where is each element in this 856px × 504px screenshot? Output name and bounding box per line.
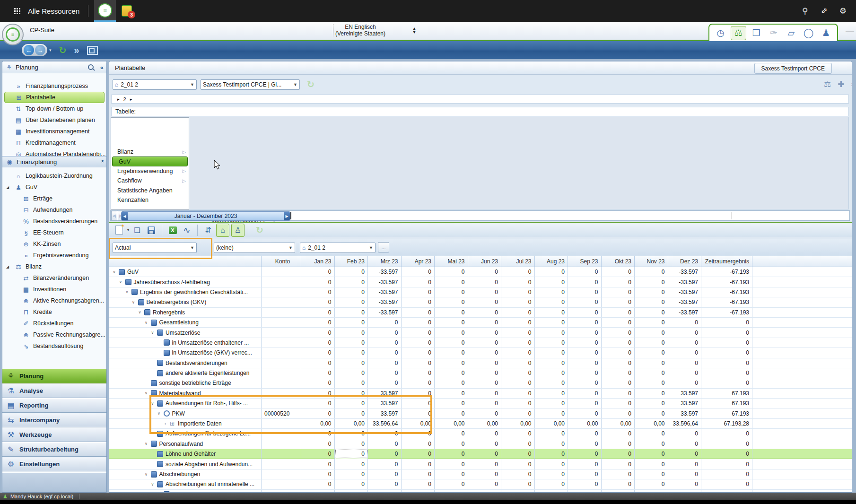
table-node-guv[interactable]: GuV <box>112 156 188 166</box>
value-cell[interactable]: 0 <box>568 378 602 388</box>
value-cell[interactable]: 0 <box>668 490 702 492</box>
value-cell[interactable]: 0 <box>368 490 402 492</box>
timeline-prev-button[interactable]: ◁ <box>111 211 117 220</box>
value-cell[interactable]: 0 <box>301 469 335 479</box>
refresh-table-icon[interactable]: ↻ <box>307 79 314 90</box>
value-cell[interactable]: 0 <box>501 358 535 368</box>
value-cell[interactable]: 0 <box>435 408 468 418</box>
konto-cell[interactable] <box>262 469 301 479</box>
value-cell[interactable]: 0 <box>501 308 535 317</box>
value-cell[interactable]: 0 <box>468 318 502 327</box>
value-cell[interactable]: 0,00 <box>468 419 502 428</box>
value-cell[interactable]: 0 <box>368 348 402 357</box>
sidebar-item-finanzplanungsprozess[interactable]: »Finanzplanungsprozess <box>2 80 106 92</box>
open-copy-button[interactable]: ❏ <box>131 224 143 236</box>
value-cell[interactable]: 0 <box>368 378 402 388</box>
value-cell[interactable]: 0 <box>435 389 468 398</box>
value-cell[interactable]: 0 <box>535 318 568 327</box>
value-cell[interactable]: 0 <box>402 439 435 449</box>
value-cell[interactable]: 0 <box>635 338 668 348</box>
structure-filter-dropdown[interactable]: ⌂ 2_01 2 ▼ <box>300 243 376 253</box>
value-cell[interactable]: 0,00 <box>635 419 668 428</box>
value-cell[interactable]: 0 <box>535 399 568 408</box>
value-cell[interactable]: 0 <box>635 378 668 388</box>
value-cell[interactable]: 0 <box>402 308 435 317</box>
app-grid-icon[interactable] <box>14 8 20 14</box>
column-header-aug-23[interactable]: Aug 23 <box>535 256 568 267</box>
value-cell[interactable]: 0 <box>435 267 468 277</box>
value-cell[interactable]: 0 <box>301 449 335 459</box>
value-cell[interactable]: 0 <box>668 429 702 438</box>
value-cell[interactable]: 0 <box>468 287 502 297</box>
value-cell[interactable]: 0 <box>468 490 502 492</box>
value-cell[interactable]: 33.597 <box>668 399 702 408</box>
value-cell[interactable]: 0 <box>668 449 702 459</box>
value-cell[interactable]: 0 <box>635 308 668 317</box>
sidebar-section-finanzplanung[interactable]: ◉ Finanzplanung » <box>2 156 106 167</box>
value-cell[interactable]: 0 <box>602 389 635 398</box>
value-cell[interactable]: 0 <box>568 328 602 337</box>
value-cell[interactable]: 0 <box>501 277 535 287</box>
row-label-cell[interactable]: in Umsatzerlöse enthaltener ... <box>109 338 262 348</box>
speedometer-icon[interactable]: ◷ <box>713 26 728 40</box>
konto-cell[interactable] <box>262 459 301 469</box>
value-cell[interactable]: 0 <box>568 439 602 449</box>
person-view-button[interactable]: ♙ <box>231 224 245 237</box>
value-cell[interactable]: 0 <box>435 277 468 287</box>
period-result-cell[interactable]: -67.193 <box>701 277 752 287</box>
konto-cell[interactable] <box>262 479 301 489</box>
chevron-open-icon[interactable]: ∨ <box>150 330 155 335</box>
sidebar-item-ee-steuern[interactable]: §EE-Steuern <box>2 227 106 238</box>
konto-cell[interactable] <box>262 287 301 297</box>
value-cell[interactable]: 0 <box>535 479 568 489</box>
value-cell[interactable]: 0 <box>402 328 435 337</box>
sidebar-item-logikbaustein[interactable]: ⌂Logikbaustein-Zuordnung <box>2 170 106 182</box>
value-cell[interactable]: 0 <box>468 479 502 489</box>
more-options-button[interactable]: ... <box>378 242 389 252</box>
table-dropdown[interactable]: Saxess Testimport CPCE | Gl... ▼ <box>201 79 300 90</box>
value-cell[interactable]: 0 <box>635 358 668 368</box>
refresh-button[interactable]: ↻ <box>59 45 67 56</box>
value-cell[interactable]: 0 <box>402 358 435 368</box>
period-result-cell[interactable]: -67.193 <box>701 267 752 277</box>
sidebar-item-investitionen[interactable]: ▦Investitionen <box>2 284 106 295</box>
value-cell[interactable]: 0 <box>535 439 568 449</box>
konto-cell[interactable] <box>262 267 301 277</box>
column-header-mai-23[interactable]: Mai 23 <box>435 256 468 267</box>
period-result-cell[interactable]: 0 <box>701 429 752 438</box>
chevron-open-icon[interactable]: ∨ <box>112 270 116 274</box>
row-label-cell[interactable]: ∨Betriebsergebnis (GKV) <box>109 297 262 307</box>
value-cell[interactable]: 0 <box>301 338 335 348</box>
value-cell[interactable]: 0,00 <box>568 419 602 428</box>
value-cell[interactable]: 0 <box>435 287 468 297</box>
value-cell[interactable]: 0 <box>435 358 468 368</box>
value-cell[interactable]: 0 <box>501 328 535 337</box>
minimize-button[interactable]: — <box>846 26 854 35</box>
value-cell[interactable]: 0 <box>535 368 568 378</box>
value-cell[interactable]: 0 <box>668 439 702 449</box>
breadcrumb-item[interactable]: 2 <box>123 96 126 102</box>
value-cell[interactable]: 0 <box>568 368 602 378</box>
value-cell[interactable]: 0 <box>301 308 335 317</box>
value-cell[interactable]: 0 <box>301 348 335 357</box>
language-selector[interactable]: EN Englisch (Vereinigte Staaten) ▴▾ <box>333 24 443 36</box>
chart-curve-button[interactable]: ∿ <box>181 224 193 236</box>
value-cell[interactable]: 0 <box>535 429 568 438</box>
sidebar-item-ergebnisverwendung[interactable]: »Ergebnisverwendung <box>2 250 106 261</box>
value-cell[interactable]: 0 <box>335 267 368 277</box>
value-cell[interactable]: 0 <box>468 267 502 277</box>
value-cell[interactable]: 0 <box>568 469 602 479</box>
value-cell[interactable]: 0 <box>468 308 502 317</box>
value-cell[interactable]: 0 <box>368 469 402 479</box>
value-cell[interactable]: 0 <box>635 459 668 469</box>
value-cell[interactable]: 0 <box>301 297 335 307</box>
value-cell[interactable]: 0 <box>335 479 368 489</box>
konto-cell[interactable] <box>262 490 301 492</box>
value-cell[interactable]: 0 <box>301 277 335 287</box>
sidebar-item-guv[interactable]: ◢♟GuV <box>2 182 106 193</box>
value-cell[interactable]: -33.597 <box>668 308 702 317</box>
sidebar-item-kredite[interactable]: ΠKredite <box>2 306 106 318</box>
value-cell[interactable]: 0 <box>468 277 502 287</box>
feather-icon[interactable]: ✑ <box>767 26 781 40</box>
value-cell[interactable]: 0 <box>668 459 702 469</box>
